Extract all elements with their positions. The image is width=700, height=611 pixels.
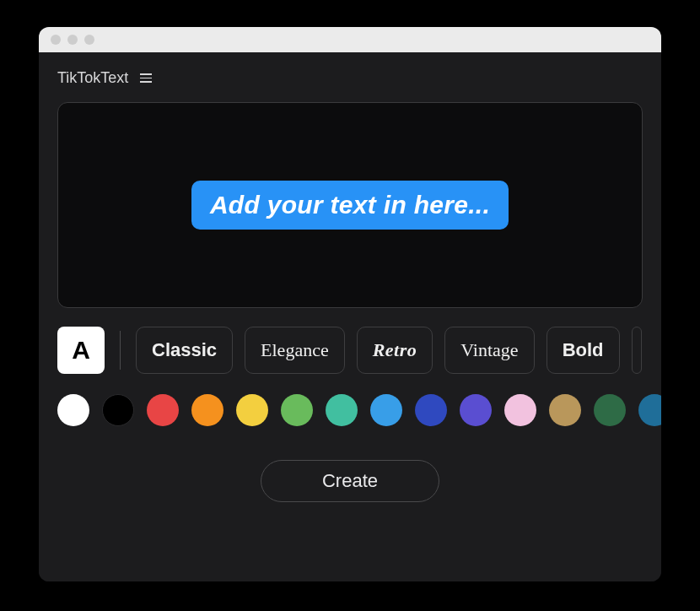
color-swatch-12[interactable] <box>594 394 626 426</box>
style-pill-more[interactable] <box>632 327 642 374</box>
styles-row: A ClassicEleganceRetroVintageBold <box>39 308 661 374</box>
style-pill-retro[interactable]: Retro <box>357 327 433 374</box>
app-body: TikTokText Add your text in here... A Cl… <box>39 52 661 581</box>
style-pill-bold[interactable]: Bold <box>547 327 620 374</box>
color-swatch-9[interactable] <box>460 394 492 426</box>
create-button[interactable]: Create <box>261 460 439 502</box>
color-swatch-4[interactable] <box>236 394 268 426</box>
hamburger-icon[interactable] <box>140 73 152 83</box>
style-pill-classic[interactable]: Classic <box>136 327 233 374</box>
color-swatch-row <box>39 374 661 426</box>
divider <box>120 331 121 370</box>
color-swatch-8[interactable] <box>415 394 447 426</box>
style-pill-vintage[interactable]: Vintage <box>444 327 534 374</box>
color-swatch-2[interactable] <box>147 394 179 426</box>
color-swatch-6[interactable] <box>326 394 358 426</box>
style-pill-elegance[interactable]: Elegance <box>245 327 345 374</box>
color-swatch-3[interactable] <box>191 394 223 426</box>
create-row: Create <box>39 426 661 502</box>
style-pill-list: ClassicEleganceRetroVintageBold <box>136 327 643 374</box>
app-title: TikTokText <box>57 69 128 87</box>
letter-tile[interactable]: A <box>57 327 105 374</box>
traffic-zoom[interactable] <box>84 35 94 45</box>
window-titlebar <box>39 27 661 52</box>
color-swatch-13[interactable] <box>638 394 661 426</box>
color-swatch-11[interactable] <box>549 394 581 426</box>
app-header: TikTokText <box>39 52 661 102</box>
text-input-pill[interactable]: Add your text in here... <box>191 181 509 230</box>
traffic-minimize[interactable] <box>67 35 78 45</box>
app-window: TikTokText Add your text in here... A Cl… <box>39 27 661 581</box>
color-swatch-0[interactable] <box>57 394 89 426</box>
color-swatch-7[interactable] <box>370 394 402 426</box>
traffic-close[interactable] <box>51 35 61 45</box>
text-canvas[interactable]: Add your text in here... <box>57 102 643 308</box>
color-swatch-5[interactable] <box>281 394 313 426</box>
color-swatch-10[interactable] <box>504 394 536 426</box>
color-swatch-1[interactable] <box>102 394 134 426</box>
